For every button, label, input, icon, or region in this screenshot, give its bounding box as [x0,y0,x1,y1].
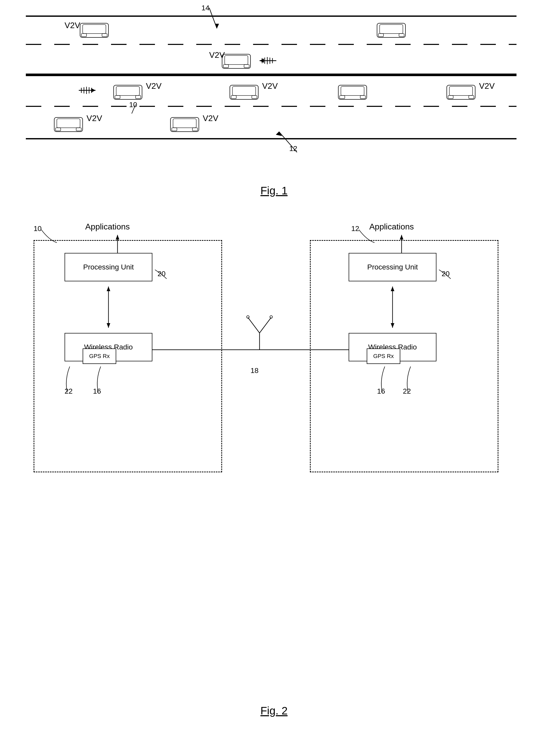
gps-rx-box-right: GPS Rx [367,348,400,364]
v2v-label-lower-4: V2V [479,81,495,91]
svg-rect-45 [54,117,83,132]
svg-rect-34 [232,86,256,96]
svg-rect-47 [55,128,61,131]
car-lower-4 [444,81,478,102]
svg-rect-41 [447,85,475,99]
v2v-label-lower-2: V2V [262,81,278,91]
svg-rect-46 [57,119,80,128]
gps-rx-box-left: GPS Rx [83,348,116,364]
motion-bars-left [258,55,279,66]
svg-rect-37 [338,85,367,99]
svg-rect-2 [80,23,108,37]
ref10-arrow [121,102,142,115]
fig2-caption: Fig. 2 [0,705,548,717]
svg-rect-51 [172,128,177,131]
processing-unit-box-right: Processing Unit [349,253,437,281]
svg-rect-10 [222,54,250,68]
svg-marker-59 [107,323,110,328]
svg-rect-5 [102,34,107,37]
ref22-left-curve [59,364,80,395]
svg-rect-38 [341,86,364,96]
svg-rect-33 [230,85,258,99]
svg-rect-13 [244,65,249,68]
fig2-diagram: 10 Applications Processing Unit 20 Wirel… [26,219,517,684]
v2v-label-mid: V2V [209,50,225,60]
svg-rect-31 [135,96,141,99]
svg-rect-28 [114,85,142,99]
svg-rect-36 [252,96,257,99]
svg-line-32 [132,105,135,114]
svg-rect-6 [377,23,406,37]
ref10-curve-fig2 [39,227,59,245]
v2v-label-1: V2V [65,21,80,30]
applications-right: Applications [369,222,414,232]
v2v-label-lower-1: V2V [146,81,161,91]
processing-unit-box-left: Processing Unit [65,253,152,281]
car-bottom-2 [168,114,201,134]
v2v-label-bottom-1: V2V [86,114,102,123]
applications-left: Applications [85,222,130,232]
svg-rect-8 [378,34,384,37]
ref16-right-curve [375,364,395,395]
ref-18: 18 [250,367,258,375]
svg-rect-49 [170,117,199,132]
svg-marker-58 [107,287,110,291]
fig1-diagram: 14 V2V V2V [26,15,517,176]
antenna-symbol [243,312,276,359]
ref14-arrow [181,5,232,36]
svg-rect-40 [360,96,366,99]
svg-rect-11 [225,55,248,65]
road-dashed-bot [26,106,517,107]
svg-rect-52 [192,128,197,131]
svg-rect-42 [449,86,473,96]
double-arrow-right [387,281,398,333]
svg-line-67 [248,317,259,333]
arrow-up-right [398,232,406,253]
svg-rect-12 [223,65,228,68]
ref20-left-curve [152,267,168,280]
svg-rect-9 [399,34,404,37]
svg-rect-44 [469,96,474,99]
ref16-left-curve [90,364,111,395]
svg-marker-1 [215,24,219,28]
v2v-label-bottom-2: V2V [203,114,218,123]
svg-rect-29 [116,86,139,96]
motion-bars-right [77,85,98,96]
ref22-right-curve [400,364,421,395]
svg-rect-4 [81,34,86,37]
svg-rect-35 [231,96,236,99]
fig1-caption: Fig. 1 [0,185,548,197]
page: 14 V2V V2V [0,0,548,756]
ref20-right-curve [437,267,452,280]
svg-rect-3 [83,25,106,34]
car-lower-3 [336,81,369,102]
svg-marker-62 [400,235,403,240]
svg-marker-64 [391,287,394,291]
svg-line-53 [279,132,297,152]
car-top-2 [375,19,408,40]
svg-marker-65 [391,323,394,328]
svg-rect-7 [380,25,403,34]
svg-rect-50 [173,119,196,128]
road-dashed-top [26,44,517,45]
svg-marker-15 [259,59,264,63]
car-lower-1 [111,81,145,102]
svg-rect-48 [76,128,81,131]
svg-marker-56 [116,235,119,240]
car-top-1 [77,19,111,40]
double-arrow-left [103,281,114,333]
svg-line-68 [259,317,271,333]
svg-rect-39 [340,96,345,99]
road-line-mid2 [26,75,517,76]
svg-rect-30 [115,96,120,99]
road-line-top [26,15,517,17]
car-lower-2 [227,81,261,102]
ref12-arrow [258,116,310,155]
car-bottom-1 [52,114,85,134]
svg-rect-43 [448,96,453,99]
arrow-up-left [114,232,121,253]
